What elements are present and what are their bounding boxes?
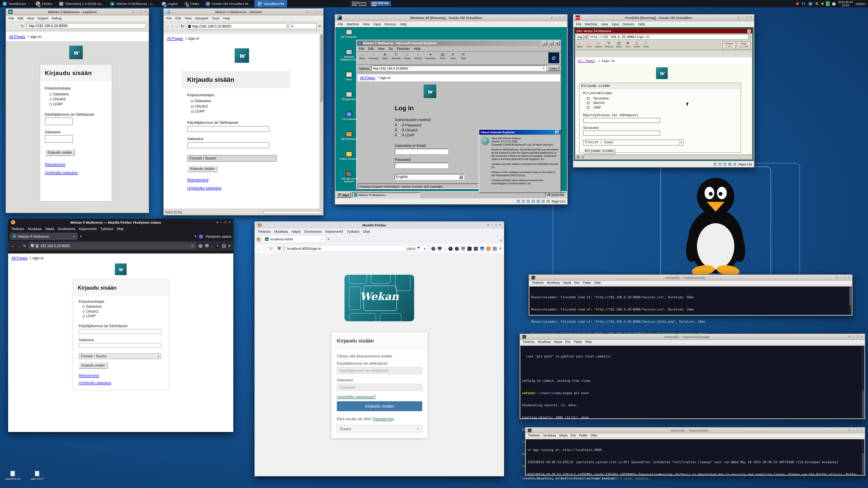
username-input[interactable] [45, 118, 73, 125]
language-select[interactable]: Finnish / Suomi▾ [79, 353, 161, 359]
save-button[interactable]: ▥Save [616, 41, 622, 48]
register-link[interactable]: Rekisteröidy [373, 417, 395, 421]
shade-icon[interactable]: ∧ [132, 10, 134, 13]
radio-option[interactable]: OAuth2 [49, 97, 107, 102]
forward-icon[interactable]: → [15, 24, 19, 28]
menu-item[interactable]: View [601, 22, 608, 26]
shield-icon[interactable] [31, 244, 34, 248]
language-select[interactable]: Suomi∨ [337, 425, 422, 432]
win95-icon-my-computer[interactable]: My Computer [337, 29, 361, 38]
reload-icon[interactable]: ↻ [21, 24, 24, 28]
search-button[interactable]: ⌕Search [414, 53, 422, 60]
menu-item[interactable]: Help [638, 22, 645, 26]
radio-option[interactable]: LDAP [82, 314, 163, 319]
ext-icon[interactable] [222, 244, 226, 248]
language-select[interactable]: English▼ [395, 174, 464, 180]
menu-item[interactable]: View [378, 47, 384, 50]
close-icon[interactable]: × [555, 130, 559, 134]
menu-item[interactable]: Muokkaa [28, 227, 41, 231]
tab-localhost[interactable]: w localhost:4000/ × [262, 235, 326, 242]
radio-option[interactable]: LDAP [191, 109, 285, 114]
win95-task-wekan[interactable]: w WeKan ® Multiverse ... [352, 192, 420, 197]
close-icon[interactable]: × [319, 10, 321, 13]
back-button[interactable]: ←Back [577, 41, 583, 48]
menu-item[interactable]: Muokkaa [547, 281, 560, 284]
menu-item[interactable]: Työkalut [100, 227, 113, 231]
menu-item[interactable]: Näytä [554, 340, 562, 344]
radio-icon[interactable] [398, 124, 401, 127]
menu-item[interactable]: Tiedosto [528, 434, 540, 437]
close-icon[interactable]: × [861, 428, 863, 432]
home-button[interactable]: ⌂Home [595, 41, 602, 48]
netsurf-vscrollbar[interactable] [320, 34, 323, 209]
radio-option[interactable]: Salasana [49, 92, 107, 97]
menu-item[interactable]: Etsi [571, 434, 576, 437]
tab-close-icon[interactable]: × [73, 234, 75, 238]
register-link[interactable]: Rekisteröinti [79, 373, 99, 378]
tab-close-icon[interactable]: × [321, 237, 323, 241]
radio-icon[interactable] [587, 97, 590, 100]
menu-item[interactable]: Ohje [591, 434, 597, 437]
menu-item[interactable]: File [8, 16, 14, 20]
terminal-titlebar[interactable]: >_ wekan@z: ~/repos/serenity ∧–□× [529, 275, 852, 281]
close-icon[interactable]: × [229, 221, 230, 224]
hp-tray-icon[interactable]: hp [809, 2, 813, 6]
menu-item[interactable]: Machine [347, 22, 359, 26]
maximize-icon[interactable]: □ [559, 16, 561, 20]
menu-item[interactable]: Työkalut [347, 230, 360, 234]
minimize-icon[interactable]: – [742, 16, 744, 20]
dropdown-icon[interactable]: ∨ [417, 427, 419, 430]
shield-ext-icon[interactable] [205, 244, 209, 248]
menu-item[interactable]: Etsi [575, 281, 580, 284]
terminal-scrollbar[interactable] [862, 346, 864, 418]
menu-item[interactable]: File [359, 47, 364, 50]
close-icon[interactable]: × [747, 29, 751, 33]
close-icon[interactable]: × [563, 16, 565, 20]
menu-item[interactable]: Tiedosto [258, 230, 271, 234]
dropdown-icon[interactable]: ▼ [542, 67, 544, 70]
bug-meter-icon[interactable] [581, 156, 584, 159]
dillo-titlebar[interactable]: Dillo: WeKan Â® Multiverse × [575, 29, 752, 33]
menu-item[interactable]: Näytä [559, 434, 567, 437]
menu-item[interactable]: Pääte [574, 340, 582, 344]
forgot-password-link[interactable]: Unohtuiko salasana [45, 170, 78, 175]
menu-item[interactable]: Tiedosto [11, 227, 24, 231]
menu-item[interactable]: Go [389, 47, 393, 50]
all-pages-link[interactable]: All Pages [578, 59, 595, 63]
menu-item[interactable]: Muokkaa [274, 230, 288, 234]
radio-option[interactable]: Salasana [191, 98, 285, 104]
applications-menu[interactable]: X Sovellukset ≡ [0, 0, 32, 7]
vm-titlebar[interactable]: Windows 95 [Running] - Oracle VM Virtual… [335, 14, 567, 21]
menu-item[interactable]: View [27, 16, 34, 20]
radio-icon[interactable] [587, 106, 590, 109]
bookmark-star-icon[interactable]: ☆ [191, 244, 194, 248]
close-icon[interactable]: × [750, 16, 752, 20]
menu-item[interactable]: Debug [52, 16, 61, 20]
menu-item[interactable]: Ohje [117, 227, 124, 231]
terminal-titlebar[interactable]: >_ wekan@z: ~/repos/w/php/page ∧–□× [520, 334, 865, 340]
menu-item[interactable]: File [576, 22, 581, 26]
netsurf-hscrollbar[interactable] [263, 210, 321, 214]
reload-icon[interactable]: ↻ [270, 246, 273, 251]
maximize-icon[interactable]: □ [315, 10, 317, 13]
menu-item[interactable]: Muokkaa [538, 340, 551, 344]
shade-icon[interactable]: ∧ [550, 16, 553, 20]
radio-icon[interactable] [82, 310, 85, 313]
volume-icon[interactable] [548, 193, 550, 196]
minimize-icon[interactable]: – [555, 16, 557, 20]
all-pages-link[interactable]: All Pages [360, 76, 375, 80]
maximize-icon[interactable]: □ [495, 223, 497, 227]
taskbar-item-firefox[interactable]: Firefox 3 [32, 0, 56, 7]
forward-icon[interactable]: → [175, 24, 179, 29]
radio-icon[interactable] [82, 315, 85, 318]
forgot-password-link[interactable]: Unohditko salasanasi? [337, 394, 376, 399]
radio-option[interactable]: LDAP [587, 105, 737, 110]
username-input[interactable] [337, 367, 422, 374]
radio-icon[interactable] [191, 110, 193, 113]
menu-item[interactable]: Pääte [583, 281, 591, 284]
tab-list-icon[interactable]: ∨ [194, 234, 197, 238]
menu-item[interactable]: Tiedosto [532, 281, 544, 284]
ext-shield2-icon[interactable] [461, 247, 465, 251]
all-pages-link[interactable]: All Pages [167, 36, 183, 41]
all-pages-link[interactable]: All Pages [11, 256, 28, 260]
